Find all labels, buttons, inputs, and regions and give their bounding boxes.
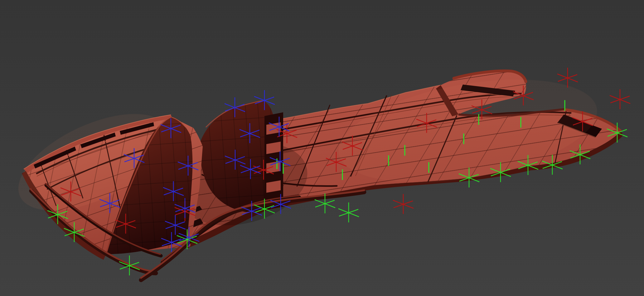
viewport-canvas[interactable] <box>0 0 644 296</box>
viewport-3d[interactable] <box>0 0 644 296</box>
